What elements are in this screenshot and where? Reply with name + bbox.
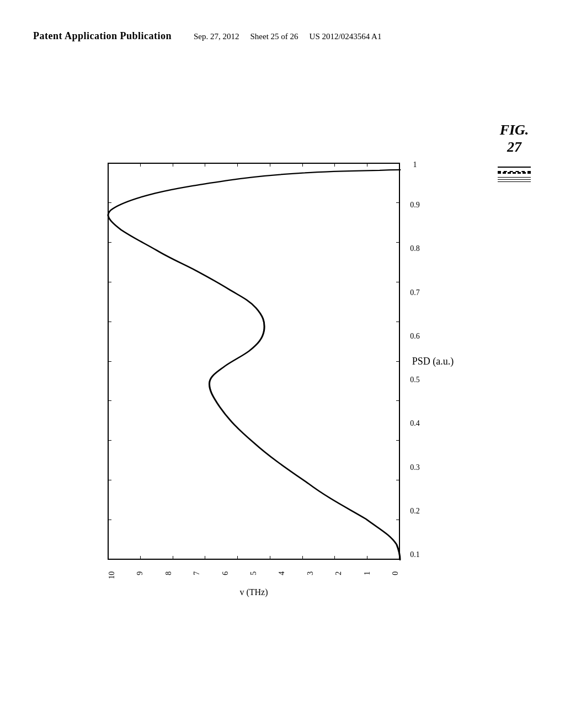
x-label-3: 0.4: [410, 420, 420, 429]
x-label-6: 0.7: [410, 288, 420, 297]
chart-container: 0.1 0.2 0.3 0.4 0.5 0.6 0.7 0.8 0.9 1 PS…: [25, 85, 510, 637]
x-label-5: 0.6: [410, 332, 420, 341]
page-header: Patent Application Publication Sep. 27, …: [0, 30, 565, 42]
y-label-7: 7: [193, 571, 201, 575]
y-label-10: 10: [108, 571, 116, 579]
chart-curve: [108, 163, 400, 560]
y-label-0: 0: [391, 571, 400, 575]
sheet-info: Sheet 25 of 26: [250, 32, 299, 41]
x-label-1: 0.2: [410, 507, 420, 516]
x-label-8: 0.9: [410, 201, 420, 210]
x-label-0: 0.1: [410, 550, 420, 559]
patent-number: US 2012/0243564 A1: [310, 32, 382, 41]
y-axis-title-container: v (THz): [108, 586, 400, 599]
y-label-4: 4: [278, 571, 286, 575]
y-label-5: 5: [249, 571, 258, 575]
y-label-1: 1: [363, 571, 372, 575]
y-axis-labels: 10 9 8 7 6 5 4 3 2 1 0: [108, 571, 400, 579]
x-label-7: 0.8: [410, 245, 420, 254]
publication-title: Patent Application Publication: [33, 30, 172, 42]
chart-rotated: 0.1 0.2 0.3 0.4 0.5 0.6 0.7 0.8 0.9 1 PS…: [97, 119, 439, 604]
x-label-9: 1: [413, 160, 417, 169]
frequency-axis-label: v (THz): [239, 588, 268, 598]
y-label-3: 3: [306, 571, 315, 575]
x-label-2: 0.3: [410, 463, 420, 472]
x-label-4: 0.5: [410, 376, 420, 384]
y-label-2: 2: [334, 571, 343, 575]
chart-plot-area: [108, 163, 400, 560]
psd-axis-label: PSD (a.u.): [412, 356, 454, 367]
y-label-8: 8: [164, 571, 173, 575]
y-label-9: 9: [136, 571, 145, 575]
publication-date: Sep. 27, 2012: [194, 32, 239, 41]
y-label-6: 6: [221, 571, 230, 575]
x-axis-title: PSD (a.u.): [427, 119, 439, 604]
